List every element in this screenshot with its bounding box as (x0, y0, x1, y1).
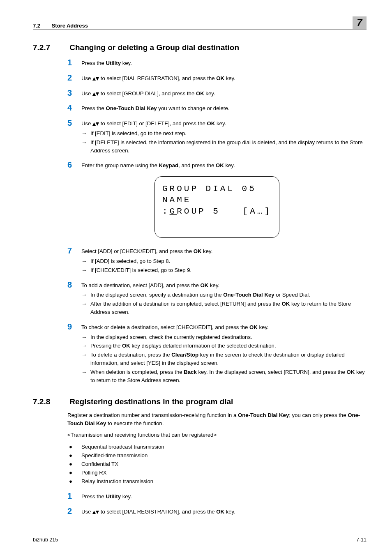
svg-marker-1 (96, 77, 99, 81)
step-text: Press the Utility key. (81, 58, 132, 67)
arrow-icon: → (81, 300, 90, 316)
bullet-dot-icon: ● (67, 451, 81, 460)
up-down-icon (92, 74, 99, 83)
step-text: To add a destination, select [ADD], and … (81, 280, 219, 290)
arrow-icon: → (81, 368, 90, 385)
step-text: Use to select [GROUP DIAL], and press th… (81, 88, 215, 98)
up-down-icon (92, 90, 99, 98)
list-item: ●Sequential broadcast transmission (67, 442, 367, 451)
page-footer: bizhub 215 7-11 (33, 535, 367, 543)
svg-marker-7 (96, 511, 99, 514)
function-bullet-list: ●Sequential broadcast transmission ●Spec… (67, 442, 367, 486)
chapter-number-box: 7 (353, 16, 367, 29)
section-number: 7.2.7 (33, 43, 67, 52)
section-heading-728: 7.2.8 Registering destinations in the pr… (33, 397, 367, 406)
step-text: Press the One-Touch Dial Key you want to… (81, 103, 229, 113)
footer-product-name: bizhub 215 (33, 537, 58, 543)
step-4: 4 Press the One-Touch Dial Key you want … (67, 103, 367, 113)
list-item: ●Relay instruction transmission (67, 477, 367, 486)
step-number: 1 (67, 491, 81, 501)
svg-marker-4 (92, 122, 96, 126)
svg-marker-5 (96, 122, 99, 126)
steps-list-728: 1 Press the Utility key. 2 Use to select… (67, 491, 367, 516)
section-intro: Register a destination number and transm… (67, 411, 367, 428)
sub-item: →Pressing the OK key displays detailed i… (81, 342, 367, 350)
footer-page-number: 7-11 (356, 537, 367, 543)
step-number: 6 (67, 160, 81, 170)
step-number: 4 (67, 103, 81, 113)
arrow-icon: → (81, 257, 90, 265)
step-text: Use to select [DIAL REGISTRATION], and p… (81, 507, 235, 516)
lcd-cursor-char: G (170, 207, 177, 216)
step-number: 2 (67, 507, 81, 516)
step-5: 5 Use to select [EDIT] or [DELETE], and … (67, 118, 367, 128)
list-item: ●Polling RX (67, 468, 367, 477)
steps-list-727: 1 Press the Utility key. 2 Use to select… (67, 58, 367, 384)
step-2: 2 Use to select [DIAL REGISTRATION], and… (67, 73, 367, 83)
step-1: 1 Press the Utility key. (67, 58, 367, 67)
step-text: Select [ADD] or [CHECK/EDIT], and press … (81, 246, 212, 256)
step-8: 8 To add a destination, select [ADD], an… (67, 280, 367, 290)
lcd-display: GROUP DIAL 05 NAME :GROUP 5 [A…] (154, 176, 279, 238)
step-text: To check or delete a destination, select… (81, 322, 269, 332)
up-down-icon (92, 120, 99, 128)
arrow-icon: → (81, 266, 90, 274)
sub-item: →If [EDIT] is selected, go to the next s… (81, 129, 367, 138)
chapter-number: 7 (357, 17, 362, 28)
up-down-icon (92, 508, 99, 516)
arrow-icon: → (81, 291, 90, 299)
step-9-sublist: →In the displayed screen, check the curr… (81, 333, 367, 385)
sub-item: →After the addition of a destination is … (81, 300, 367, 316)
step-text: Enter the group name using the Keypad, a… (81, 160, 235, 170)
list-item: ●Confidential TX (67, 460, 367, 468)
svg-marker-2 (92, 92, 96, 96)
lcd-mode-indicator: [A…] (243, 206, 272, 217)
sub-item: →If [DELETE] is selected, the informatio… (81, 138, 367, 155)
sub-item: →In the displayed screen, check the curr… (81, 333, 367, 341)
step-number: 1 (67, 58, 81, 67)
section-heading-727: 7.2.7 Changing or deleting a Group dial … (33, 43, 367, 52)
lcd-line-2: NAME (162, 194, 272, 205)
header-section-title: Store Address (52, 23, 88, 29)
bullet-dot-icon: ● (67, 468, 81, 477)
step-2: 2 Use to select [DIAL REGISTRATION], and… (67, 507, 367, 516)
step-text: Press the Utility key. (81, 491, 132, 501)
arrow-icon: → (81, 129, 90, 138)
header-section: 7.2 Store Address (33, 23, 88, 29)
arrow-icon: → (81, 351, 90, 367)
svg-marker-0 (92, 77, 96, 81)
step-number: 2 (67, 73, 81, 83)
list-item: ●Specified-time transmission (67, 451, 367, 460)
bullet-dot-icon: ● (67, 442, 81, 451)
section-title: Changing or deleting a Group dial destin… (69, 43, 239, 52)
svg-marker-3 (96, 92, 99, 96)
sub-item: →To delete a destination, press the Clea… (81, 351, 367, 367)
step-3: 3 Use to select [GROUP DIAL], and press … (67, 88, 367, 98)
step-number: 7 (67, 246, 81, 256)
page-header: 7.2 Store Address 7 (33, 16, 367, 30)
sub-item: →If [CHECK/EDIT] is selected, go to Step… (81, 266, 367, 274)
section-number: 7.2.8 (33, 397, 67, 406)
step-5-sublist: →If [EDIT] is selected, go to the next s… (81, 129, 367, 154)
lcd-line-3: :GROUP 5 [A…] (162, 206, 272, 217)
step-text: Use to select [EDIT] or [DELETE], and pr… (81, 118, 226, 128)
step-7: 7 Select [ADD] or [CHECK/EDIT], and pres… (67, 246, 367, 256)
arrow-icon: → (81, 138, 90, 155)
step-6: 6 Enter the group name using the Keypad,… (67, 160, 367, 170)
step-7-sublist: →If [ADD] is selected, go to Step 8. →If… (81, 257, 367, 274)
step-number: 3 (67, 88, 81, 98)
svg-marker-6 (92, 511, 96, 514)
lcd-line-1: GROUP DIAL 05 (162, 183, 272, 194)
bullet-dot-icon: ● (67, 477, 81, 486)
arrow-icon: → (81, 342, 90, 350)
sub-item: →In the displayed screen, specify a dest… (81, 291, 367, 299)
step-number: 9 (67, 322, 81, 332)
section-title: Registering destinations in the program … (69, 397, 233, 406)
sub-item: →When deletion is completed, press the B… (81, 368, 367, 385)
step-9: 9 To check or delete a destination, sele… (67, 322, 367, 332)
arrow-icon: → (81, 333, 90, 341)
step-8-sublist: →In the displayed screen, specify a dest… (81, 291, 367, 316)
header-section-number: 7.2 (33, 23, 50, 29)
bullet-dot-icon: ● (67, 460, 81, 468)
step-text: Use to select [DIAL REGISTRATION], and p… (81, 73, 235, 83)
